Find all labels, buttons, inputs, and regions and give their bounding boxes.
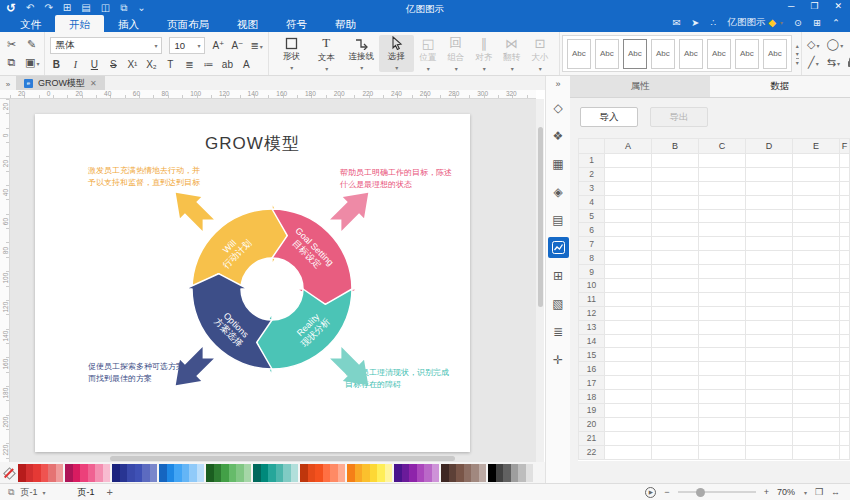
color-swatch[interactable] [182, 464, 190, 482]
row-header[interactable]: 21 [579, 431, 605, 445]
color-swatch[interactable] [338, 464, 346, 482]
close-button[interactable]: ✕ [834, 1, 842, 11]
page-dropdown[interactable]: 页-1▾ [20, 486, 45, 499]
print-icon[interactable]: ⧉ [120, 2, 127, 14]
sheet-cell[interactable] [699, 320, 746, 334]
sheet-cell[interactable] [793, 334, 840, 348]
sheet-cell[interactable] [652, 390, 699, 404]
image-icon[interactable]: ▦ [548, 153, 569, 174]
menu-tab-视图[interactable]: 视图 [223, 15, 272, 32]
color-swatch[interactable] [174, 464, 182, 482]
row-header[interactable]: 7 [579, 237, 605, 251]
row-header[interactable]: 18 [579, 390, 605, 404]
sheet-cell[interactable] [793, 265, 840, 279]
color-swatch[interactable] [394, 464, 402, 482]
sheet-cell[interactable] [699, 362, 746, 376]
color-swatch[interactable] [120, 464, 128, 482]
more-quick-icon[interactable]: ⌄ [137, 2, 145, 14]
color-swatch[interactable] [135, 464, 143, 482]
sheet-cell[interactable] [699, 265, 746, 279]
sheet-cell[interactable] [840, 445, 850, 459]
column-header-F[interactable]: F [840, 139, 850, 154]
text-style-button[interactable]: A [240, 59, 252, 70]
style-chip[interactable]: Abc [623, 39, 647, 69]
outline-icon[interactable]: ≣ [548, 321, 569, 342]
menu-tab-页面布局[interactable]: 页面布局 [153, 15, 223, 32]
color-swatch[interactable] [197, 464, 205, 482]
sheet-cell[interactable] [699, 417, 746, 431]
color-swatch[interactable] [441, 464, 449, 482]
sheet-cell[interactable] [652, 362, 699, 376]
zoom-slider[interactable] [678, 491, 756, 493]
grow-font-button[interactable]: A⁺ [212, 40, 224, 51]
import-button[interactable]: 导入 [580, 107, 638, 127]
superscript-button[interactable]: X¹ [126, 59, 138, 70]
color-swatch[interactable] [268, 464, 276, 482]
sheet-cell[interactable] [793, 376, 840, 390]
sheet-cell[interactable] [699, 390, 746, 404]
sheet-cell[interactable] [652, 445, 699, 459]
color-swatch[interactable] [291, 464, 299, 482]
color-swatch[interactable] [417, 464, 425, 482]
sheet-cell[interactable] [605, 292, 652, 306]
style-chip[interactable]: Abc [707, 39, 731, 69]
color-swatch[interactable] [142, 464, 150, 482]
sheet-cell[interactable] [793, 348, 840, 362]
horizontal-scrollbar[interactable] [10, 455, 536, 462]
color-swatch[interactable] [402, 464, 410, 482]
sheet-cell[interactable] [746, 376, 793, 390]
color-swatch[interactable] [65, 464, 73, 482]
sheet-cell[interactable] [699, 404, 746, 418]
style-chip[interactable]: Abc [735, 39, 759, 69]
row-header[interactable]: 1 [579, 154, 605, 168]
sheet-cell[interactable] [793, 195, 840, 209]
sheet-cell[interactable] [652, 431, 699, 445]
color-swatch[interactable] [308, 464, 316, 482]
strikethrough-button[interactable]: S [107, 59, 119, 70]
color-swatch[interactable] [449, 464, 457, 482]
sheet-cell[interactable] [746, 167, 793, 181]
sheet-cell[interactable] [605, 223, 652, 237]
sheet-cell[interactable] [699, 376, 746, 390]
sheet-cell[interactable] [699, 334, 746, 348]
goal-setting-arrow[interactable] [325, 182, 379, 236]
sheet-cell[interactable] [746, 404, 793, 418]
sheet-cell[interactable] [793, 404, 840, 418]
column-header-C[interactable]: C [699, 139, 746, 154]
underline-button[interactable]: U [88, 59, 100, 70]
style-chip[interactable]: Abc [763, 39, 787, 69]
sheet-cell[interactable] [793, 209, 840, 223]
pages-icon[interactable]: ⧉ [8, 487, 14, 498]
color-swatch[interactable] [518, 464, 526, 482]
color-swatch[interactable] [496, 464, 504, 482]
sheet-cell[interactable] [746, 390, 793, 404]
minimize-button[interactable]: ─ [788, 1, 794, 11]
table-icon[interactable]: ⊞ [548, 265, 569, 286]
sheet-cell[interactable] [652, 320, 699, 334]
sheet-cell[interactable] [793, 445, 840, 459]
sheet-cell[interactable] [699, 445, 746, 459]
sheet-cell[interactable] [793, 181, 840, 195]
align-button[interactable]: ≣▾ [250, 40, 262, 51]
sheet-cell[interactable] [746, 417, 793, 431]
open-file-icon[interactable]: ▤ [81, 2, 90, 14]
sheet-cell[interactable] [746, 445, 793, 459]
sheet-cell[interactable] [652, 292, 699, 306]
sheet-cell[interactable] [605, 431, 652, 445]
share-icon[interactable]: ➤ [691, 17, 699, 28]
sheet-cell[interactable] [746, 292, 793, 306]
sheet-cell[interactable] [793, 223, 840, 237]
color-swatch[interactable] [456, 464, 464, 482]
row-header[interactable]: 16 [579, 362, 605, 376]
color-swatch[interactable] [377, 464, 385, 482]
sheet-cell[interactable] [840, 417, 850, 431]
sheet-cell[interactable] [605, 237, 652, 251]
sheet-cell[interactable] [746, 320, 793, 334]
zoom-menu-icon[interactable]: ▾ [804, 489, 807, 496]
color-swatch[interactable] [464, 464, 472, 482]
sheet-cell[interactable] [840, 251, 850, 265]
style-chip[interactable]: Abc [567, 39, 591, 69]
collapse-panel-icon[interactable]: » [548, 77, 569, 91]
sheet-cell[interactable] [840, 404, 850, 418]
sheet-cell[interactable] [605, 404, 652, 418]
